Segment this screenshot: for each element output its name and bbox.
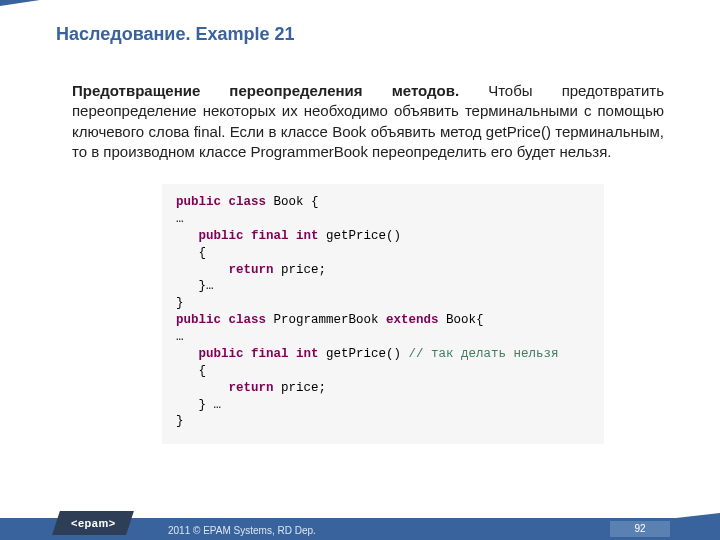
epam-logo: <epam> <box>52 511 134 535</box>
footer: <epam> 2011 © EPAM Systems, RD Dep. 92 <box>0 508 720 540</box>
code-text: { <box>199 364 207 378</box>
corner-decoration-tl <box>0 0 40 6</box>
code-text: price; <box>274 381 327 395</box>
code-text: } … <box>199 398 222 412</box>
epam-logo-text: <epam> <box>71 517 116 529</box>
code-text: ProgrammerBook <box>266 313 386 327</box>
code-keyword: public class <box>176 195 266 209</box>
code-keyword: return <box>229 263 274 277</box>
code-text: … <box>176 212 184 226</box>
code-text: } <box>176 414 184 428</box>
code-keyword: public final int <box>199 229 319 243</box>
code-keyword: extends <box>386 313 439 327</box>
code-text: Book { <box>266 195 319 209</box>
code-keyword: public final int <box>199 347 319 361</box>
code-block: public class Book { … public final int g… <box>162 184 604 444</box>
code-keyword: public class <box>176 313 266 327</box>
slide-title: Наследование. Example 21 <box>0 0 720 45</box>
slide-body: Предотвращение переопределения методов. … <box>0 45 720 444</box>
code-text: … <box>176 330 184 344</box>
paragraph: Предотвращение переопределения методов. … <box>72 81 664 162</box>
code-keyword: return <box>229 381 274 395</box>
code-text: } <box>176 296 184 310</box>
code-text: getPrice() <box>319 347 409 361</box>
code-text: price; <box>274 263 327 277</box>
copyright: 2011 © EPAM Systems, RD Dep. <box>168 525 316 536</box>
code-comment: // так делать нельзя <box>409 347 559 361</box>
paragraph-strong: Предотвращение переопределения методов. <box>72 82 459 99</box>
code-text: }… <box>199 279 214 293</box>
code-text: getPrice() <box>319 229 402 243</box>
code-text: Book{ <box>439 313 484 327</box>
code-text: { <box>199 246 207 260</box>
page-number: 92 <box>610 521 670 537</box>
